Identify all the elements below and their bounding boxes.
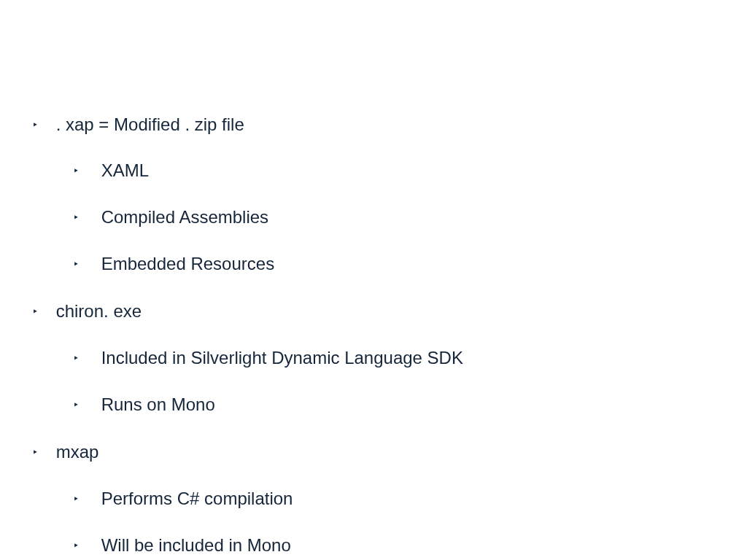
list-item: ‣ Runs on Mono [73, 393, 747, 415]
bullet-icon: ‣ [73, 494, 82, 504]
list-item: ‣ Compiled Assemblies [73, 206, 747, 228]
list-group: ‣ mxap ‣ Performs C# compilation ‣ Will … [32, 441, 747, 556]
bullet-icon: ‣ [73, 212, 82, 222]
list-item-label: Compiled Assemblies [101, 207, 268, 228]
list-item: ‣ mxap [32, 441, 747, 463]
list-item-label: Will be included in Mono [101, 535, 291, 556]
list-item: ‣ . xap = Modified . zip file [32, 113, 747, 135]
bullet-icon: ‣ [32, 306, 41, 316]
list-group: ‣ . xap = Modified . zip file ‣ XAML ‣ C… [32, 113, 747, 274]
bullet-icon: ‣ [73, 400, 82, 410]
bullet-icon: ‣ [32, 447, 41, 457]
bullet-icon: ‣ [73, 166, 82, 176]
list-item: ‣ XAML [73, 160, 747, 182]
bullet-icon: ‣ [73, 353, 82, 363]
list-item-label: chiron. exe [56, 301, 142, 322]
list-item-label: mxap [56, 442, 99, 462]
list-item-label: XAML [101, 160, 149, 181]
bullet-icon: ‣ [73, 259, 82, 269]
list-item: ‣ Will be included in Mono [73, 534, 747, 556]
bullet-icon: ‣ [32, 120, 41, 130]
list-item-label: . xap = Modified . zip file [56, 114, 244, 135]
list-item: ‣ Performs C# compilation [73, 487, 747, 509]
list-item-label: Embedded Resources [101, 254, 274, 274]
list-group: ‣ chiron. exe ‣ Included in Silverlight … [32, 300, 747, 415]
list-item: ‣ chiron. exe [32, 300, 747, 322]
list-item-label: Runs on Mono [101, 394, 215, 415]
list-item: ‣ Included in Silverlight Dynamic Langua… [73, 346, 747, 368]
bullet-icon: ‣ [73, 540, 82, 551]
list-item-label: Included in Silverlight Dynamic Language… [101, 348, 463, 368]
list-item: ‣ Embedded Resources [73, 252, 747, 274]
list-item-label: Performs C# compilation [101, 489, 293, 509]
